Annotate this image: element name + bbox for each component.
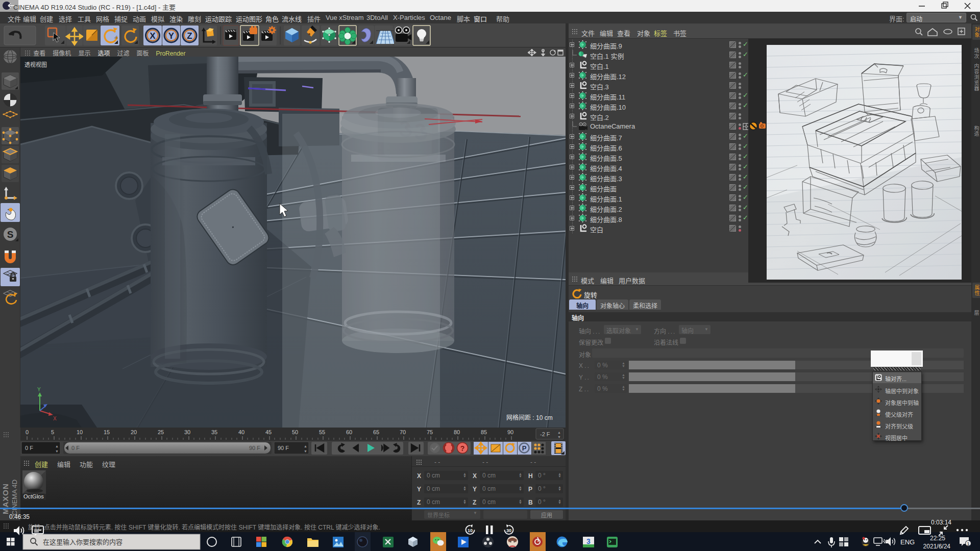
svg-text:ENG: ENG [900,538,915,546]
svg-text:30: 30 [184,429,190,435]
svg-text:50: 50 [292,429,298,435]
svg-text:2021/6/24: 2021/6/24 [923,543,951,550]
svg-text:MAXON: MAXON [1,483,10,514]
svg-text:35: 35 [211,429,217,435]
svg-text:45: 45 [265,429,272,435]
svg-text:20: 20 [131,429,137,435]
svg-text:网格间距 : 10 cm: 网格间距 : 10 cm [506,414,553,421]
svg-text:80: 80 [454,429,460,435]
svg-text:10: 10 [77,429,83,435]
svg-text:-2 F: -2 F [540,431,550,437]
svg-text:CINEMA 4D: CINEMA 4D [11,480,18,515]
svg-text:X: X [150,31,156,41]
svg-text:▼: ▼ [557,435,561,439]
svg-text:5: 5 [51,429,54,435]
svg-text:25: 25 [158,429,164,435]
svg-text:▲: ▲ [55,444,59,448]
svg-text:90: 90 [507,429,513,435]
svg-text:30: 30 [506,528,511,533]
svg-text:S: S [7,229,14,240]
svg-text:90 F: 90 F [278,445,289,451]
svg-text:Y: Y [37,387,41,392]
svg-text:▼: ▼ [304,449,307,453]
svg-text:P: P [522,444,527,452]
svg-text:40: 40 [238,429,244,435]
svg-text:65: 65 [373,429,379,435]
svg-text:90 F: 90 F [249,445,260,451]
svg-text:0 F: 0 F [71,445,80,451]
svg-text:0 F: 0 F [25,445,33,451]
svg-text:Y: Y [168,31,175,41]
svg-text:Z: Z [187,31,192,41]
svg-text:▲: ▲ [304,444,307,448]
svg-text:75: 75 [427,429,433,435]
svg-text:85: 85 [481,429,487,435]
svg-text:X: X [53,416,57,421]
svg-text:60: 60 [346,429,352,435]
svg-text:10: 10 [468,528,473,533]
svg-text:在这里输入你要搜索的内容: 在这里输入你要搜索的内容 [43,538,122,546]
svg-text:?: ? [460,444,465,453]
svg-text:1: 1 [967,541,969,546]
svg-text:3: 3 [586,537,591,545]
svg-text:▲: ▲ [557,431,561,434]
svg-text:0: 0 [26,429,29,435]
svg-text:▼: ▼ [55,449,59,453]
svg-text:70: 70 [400,429,406,435]
svg-text:15: 15 [104,429,110,435]
svg-text:55: 55 [319,429,325,435]
